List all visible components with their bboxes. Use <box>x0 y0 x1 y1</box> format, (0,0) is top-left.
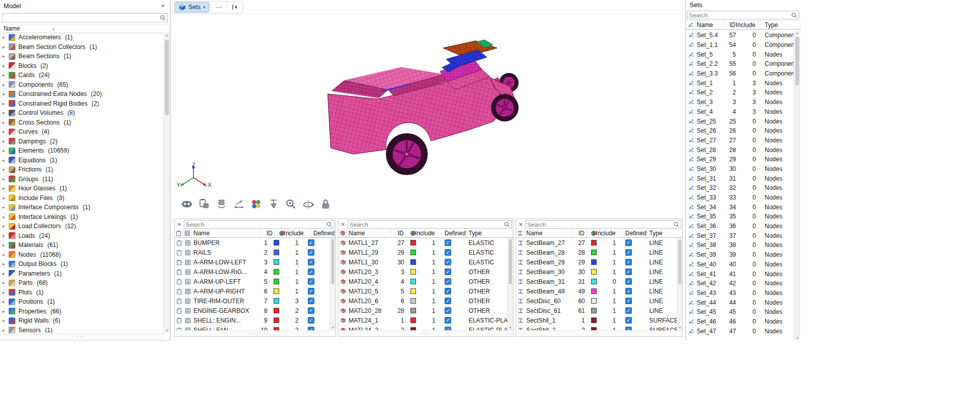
color-swatch[interactable] <box>274 308 279 313</box>
defined-checkbox[interactable]: ✓ <box>445 268 451 275</box>
color-swatch[interactable] <box>410 298 416 304</box>
defined-checkbox[interactable]: ✓ <box>308 307 314 314</box>
expand-arrow-icon[interactable]: ▸ <box>3 139 9 144</box>
set-row[interactable]: Set_30 30 0 Nodes <box>686 164 794 174</box>
component-row[interactable]: TIRE-RIM-OUTER 7 3 ✓ <box>175 296 330 306</box>
expand-arrow-icon[interactable]: ▸ <box>3 148 9 153</box>
tree-item[interactable]: ▸ Include Files (3) <box>0 193 163 203</box>
set-row[interactable]: Set_26 26 0 Nodes <box>686 126 794 136</box>
defined-checkbox[interactable]: ✓ <box>445 249 451 256</box>
set-row[interactable]: Set_5 5 0 Nodes <box>686 50 794 59</box>
expand-arrow-icon[interactable]: ▸ <box>3 44 9 50</box>
color-swatch[interactable] <box>274 250 279 255</box>
set-row[interactable]: Set_32 32 0 Nodes <box>686 183 794 193</box>
type-column-header[interactable]: Type <box>467 229 513 237</box>
set-row[interactable]: Set_43 43 0 Nodes <box>686 288 794 298</box>
show-hide-icon[interactable] <box>214 197 229 211</box>
section-row[interactable]: SectDisc_61 61 1 ✓ LINE <box>516 306 677 315</box>
defined-checkbox[interactable]: ✓ <box>625 259 632 265</box>
defined-checkbox[interactable]: ✓ <box>308 288 314 295</box>
defined-checkbox[interactable]: ✓ <box>308 268 314 275</box>
material-row[interactable]: MATL20_5 5 1 ✓ OTHER <box>338 286 507 296</box>
more-options-button[interactable]: ⋯ <box>213 2 225 12</box>
color-swatch[interactable] <box>591 308 597 313</box>
material-row[interactable]: MATL1_30 30 1 ✓ ELASTIC <box>338 257 507 267</box>
color-swatch[interactable] <box>410 308 416 313</box>
set-row[interactable]: Set_31 31 0 Nodes <box>686 174 794 183</box>
set-row[interactable]: Set_34 34 0 Nodes <box>686 202 794 212</box>
model-tree-scrollbar[interactable]: ▴ ▾ <box>163 33 170 333</box>
defined-checkbox[interactable]: ✓ <box>308 249 314 256</box>
set-row[interactable]: Set_33 33 0 Nodes <box>686 193 794 203</box>
tree-item[interactable]: ▸ Interface Linkings (1) <box>0 212 163 222</box>
material-row[interactable]: MATL20_6 6 1 ✓ OTHER <box>338 296 507 306</box>
set-row[interactable]: Set_27 27 0 Nodes <box>686 136 794 145</box>
sections-scrollbar[interactable]: ▾ <box>677 238 682 330</box>
color-swatch[interactable] <box>410 279 416 284</box>
set-row[interactable]: Set_1.1 54 0 Components <box>686 40 794 50</box>
color-swatch[interactable] <box>410 317 416 323</box>
defined-column-header[interactable]: Defined <box>623 229 647 237</box>
components-search-box[interactable] <box>184 220 334 229</box>
scroll-up-icon[interactable]: ▴ <box>164 33 170 38</box>
id-column-header[interactable]: ID <box>260 229 275 237</box>
model-name-column-header[interactable]: Name ▴ <box>0 24 170 33</box>
set-row[interactable]: Set_46 46 0 Nodes <box>686 317 794 327</box>
sets-dropdown-button[interactable]: Sets ▾ <box>175 2 209 12</box>
sections-search-box[interactable] <box>525 220 681 229</box>
color-swatch[interactable] <box>591 317 597 323</box>
model-search-box[interactable] <box>2 13 168 22</box>
include-column-header[interactable]: Include <box>600 229 623 237</box>
sets-table-header[interactable]: Name ID Include Type <box>686 20 800 30</box>
component-row[interactable]: SHELL: FAN 10 2 ✓ <box>175 325 330 330</box>
expand-arrow-icon[interactable]: ▸ <box>3 280 9 285</box>
components-scrollbar[interactable]: ▾ <box>330 238 335 330</box>
sections-search-input[interactable] <box>527 222 673 228</box>
section-row[interactable]: SectBeam_49 49 1 ✓ LINE <box>516 286 677 296</box>
defined-checkbox[interactable]: ✓ <box>625 249 632 256</box>
expand-arrow-icon[interactable]: ▸ <box>3 35 9 40</box>
scroll-down-icon[interactable]: ▾ <box>330 325 335 330</box>
mask-entities-icon[interactable] <box>180 197 194 211</box>
model-panel-close-button[interactable]: × <box>159 3 166 10</box>
tree-item[interactable]: ▸ Groups (11) <box>0 175 163 184</box>
defined-checkbox[interactable]: ✓ <box>445 278 451 285</box>
tree-item[interactable]: ▸ Constrained Rigid Bodies (2) <box>0 99 163 109</box>
tree-item[interactable]: ▸ Blocks (2) <box>0 61 163 71</box>
color-swatch[interactable] <box>410 269 416 275</box>
expand-arrow-icon[interactable]: ▸ <box>3 224 9 229</box>
defined-checkbox[interactable]: ✓ <box>625 278 632 285</box>
scroll-up-icon[interactable]: ▴ <box>794 31 800 36</box>
defined-checkbox[interactable]: ✓ <box>445 288 451 295</box>
scroll-down-icon[interactable]: ▾ <box>794 335 800 340</box>
set-row[interactable]: Set_47 47 0 Nodes <box>686 326 794 336</box>
expand-arrow-icon[interactable]: ▸ <box>3 205 9 210</box>
set-row[interactable]: Set_5.4 57 0 Components <box>686 31 794 40</box>
color-swatch[interactable] <box>591 259 597 265</box>
expand-arrow-icon[interactable]: ▸ <box>3 129 9 134</box>
set-row[interactable]: Set_42 42 0 Nodes <box>686 279 794 288</box>
color-swatch[interactable] <box>274 240 279 246</box>
materials-search-box[interactable] <box>348 220 512 229</box>
tree-item[interactable]: ▸ Properties (66) <box>0 307 163 316</box>
set-row[interactable]: Set_25 25 0 Nodes <box>686 116 794 126</box>
material-row[interactable]: MATL20_28 28 1 ✓ OTHER <box>338 306 507 315</box>
expand-arrow-icon[interactable]: ▸ <box>3 242 9 248</box>
scroll-down-icon[interactable]: ▾ <box>677 325 682 330</box>
tree-item[interactable]: ▸ Materials (61) <box>0 240 163 250</box>
color-swatch[interactable] <box>591 288 597 294</box>
color-swatch[interactable] <box>591 298 597 304</box>
set-row[interactable]: Set_40 40 0 Nodes <box>686 260 794 269</box>
section-row[interactable]: SectShll_1 1 1 ✓ SURFACE <box>516 315 677 325</box>
tree-item[interactable]: ▸ Equations (1) <box>0 156 163 165</box>
material-row[interactable]: MATL24_2 2 1 ✓ ELASTIC-PLASTI <box>338 325 507 330</box>
set-row[interactable]: Set_3 3 3 Nodes <box>686 97 794 107</box>
expand-arrow-icon[interactable]: ▸ <box>3 110 9 115</box>
defined-column-header[interactable]: Defined <box>311 229 335 237</box>
collapse-panel-button[interactable] <box>229 2 241 12</box>
defined-checkbox[interactable]: ✓ <box>625 317 632 324</box>
section-row[interactable]: SectBeam_27 27 1 ✓ LINE <box>516 238 677 248</box>
defined-checkbox[interactable]: ✓ <box>445 317 451 324</box>
color-by-icon[interactable] <box>249 197 263 211</box>
expand-arrow-icon[interactable]: ▸ <box>3 167 9 172</box>
